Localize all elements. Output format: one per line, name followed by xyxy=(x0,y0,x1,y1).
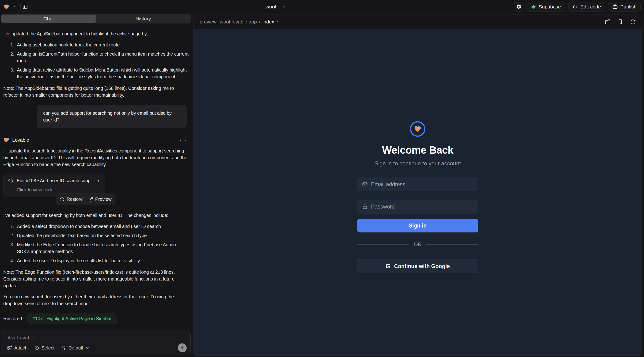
code-icon xyxy=(8,178,14,184)
preview-url-page: index xyxy=(262,19,274,25)
attach-label: Attach xyxy=(14,345,28,351)
message-more-icon[interactable]: ··· xyxy=(180,136,187,143)
or-divider: OR xyxy=(357,241,478,248)
tab-chat[interactable]: Chat xyxy=(2,14,96,23)
chat-history-tabs: Chat History xyxy=(1,14,191,24)
external-link-icon xyxy=(88,197,93,202)
select-label: Select xyxy=(42,345,55,351)
assistant-message-header: Lovable ··· xyxy=(3,136,189,143)
logo-chevron-down-icon[interactable] xyxy=(12,5,16,9)
signin-button[interactable]: Sign in xyxy=(357,219,478,232)
password-field-wrapper xyxy=(357,200,478,214)
refresh-button[interactable] xyxy=(630,19,636,25)
code-icon xyxy=(572,4,578,10)
restored-row: Restored #107 Highlight Active Page in S… xyxy=(3,313,189,324)
preview-label: Preview xyxy=(95,196,112,203)
preview-button[interactable]: Preview xyxy=(88,196,112,203)
globe-icon xyxy=(612,4,618,10)
restored-version-title: Highlight Active Page in Sidebar xyxy=(46,315,112,322)
signin-subtitle: Sign in to continue to your account xyxy=(374,160,461,167)
google-signin-label: Continue with Google xyxy=(394,263,450,270)
email-field[interactable] xyxy=(371,181,473,188)
restore-button[interactable]: Restore xyxy=(60,196,83,203)
app-logo-ring xyxy=(410,121,426,137)
preview-url-selector[interactable]: preview--woof.lovable.app / index xyxy=(200,19,280,25)
lock-icon xyxy=(362,204,368,210)
edit-card-actions: Restore Preview xyxy=(56,194,116,205)
tab-history-label: History xyxy=(136,16,151,22)
supabase-label: Supabase xyxy=(539,4,561,10)
tab-chat-label: Chat xyxy=(44,16,54,22)
edit-code-label: Edit code xyxy=(580,4,601,10)
chat-composer: Attach Select Default xyxy=(1,330,191,355)
signin-title: Welcome Back xyxy=(382,144,453,156)
restore-icon xyxy=(60,197,64,202)
list-item: Updated the placeholder text based on th… xyxy=(16,232,189,239)
attach-image-icon xyxy=(7,345,12,350)
model-label: Default xyxy=(68,345,83,351)
preview-panel: preview--woof.lovable.app / index xyxy=(193,14,642,356)
model-chevron-down-icon xyxy=(85,346,89,350)
tab-history[interactable]: History xyxy=(96,14,190,23)
mail-icon xyxy=(362,182,368,187)
arrow-up-icon xyxy=(180,345,185,350)
send-button[interactable] xyxy=(178,344,187,352)
list-item: Adding an isCurrentPath helper function … xyxy=(16,51,189,64)
list-item: Adding useLocation hook to track the cur… xyxy=(16,42,189,48)
list-item: Adding data-active attribute to SidebarM… xyxy=(16,66,189,80)
preview-url-host: preview--woof.lovable.app xyxy=(200,19,257,25)
select-button[interactable]: Select xyxy=(34,345,55,351)
google-g-icon: G xyxy=(386,263,390,270)
open-in-new-tab-button[interactable] xyxy=(605,19,610,25)
assistant-message-text: You can now search for users by either t… xyxy=(3,294,189,307)
edit-code-button[interactable]: Edit code xyxy=(568,2,605,12)
mobile-view-button[interactable] xyxy=(618,19,623,25)
edit-card-title: Edit #108 • Add user ID search supp... xyxy=(17,177,93,184)
restored-version-badge[interactable]: #107 Highlight Active Page in Sidebar xyxy=(27,313,117,324)
app-heart-icon xyxy=(414,125,422,133)
model-selector[interactable]: Default xyxy=(61,345,89,351)
assistant-message-note: Note: The AppSidebar.tsx file is getting… xyxy=(3,85,189,98)
lovable-logo-heart-icon[interactable] xyxy=(3,4,10,10)
sidebar-toggle-button[interactable] xyxy=(20,2,30,12)
user-message-bubble: can you add support for searching not on… xyxy=(36,105,187,128)
email-field-wrapper xyxy=(357,178,478,191)
list-item: Modified the Edge Function to handle bot… xyxy=(16,241,189,255)
edit-card-subtitle: Click to view code xyxy=(17,186,100,193)
chat-input[interactable] xyxy=(8,335,187,340)
assistant-message-list: Adding useLocation hook to track the cur… xyxy=(3,42,189,80)
password-field[interactable] xyxy=(371,204,473,210)
assistant-message-list: Added a select dropdown to choose betwee… xyxy=(3,223,189,264)
project-chevron-down-icon xyxy=(282,5,286,9)
assistant-message-text: I've added support for searching by both… xyxy=(3,212,189,219)
sliders-icon xyxy=(61,345,66,350)
select-target-icon xyxy=(34,345,40,350)
assistant-name: Lovable xyxy=(12,136,29,143)
restore-label: Restore xyxy=(66,196,83,203)
supabase-icon xyxy=(531,4,536,10)
gear-icon xyxy=(516,4,522,10)
list-item: Added the user ID display in the results… xyxy=(16,257,189,264)
supabase-button[interactable]: Supabase xyxy=(526,2,565,12)
signin-page: Welcome Back Sign in to continue to your… xyxy=(357,29,478,273)
chat-message-list[interactable]: I've updated the AppSidebar component to… xyxy=(0,27,192,328)
publish-button[interactable]: Publish xyxy=(608,2,641,12)
assistant-message-text: I've updated the AppSidebar component to… xyxy=(3,30,189,37)
signin-button-label: Sign in xyxy=(409,222,427,229)
lovable-heart-icon xyxy=(3,137,10,143)
project-switcher[interactable]: woof xyxy=(266,0,286,14)
or-divider-label: OR xyxy=(414,241,422,248)
assistant-message-note: Note: The Edge Function file (fetch-fire… xyxy=(3,269,189,289)
restored-version-id: #107 xyxy=(32,315,43,322)
publish-label: Publish xyxy=(620,4,636,10)
settings-button[interactable] xyxy=(514,2,524,12)
chevron-right-icon xyxy=(96,179,100,183)
chat-panel: Chat History I've updated the AppSidebar… xyxy=(0,14,192,357)
preview-iframe-content: Welcome Back Sign in to continue to your… xyxy=(194,29,642,355)
topbar: woof Supabase Edit code Publish xyxy=(0,0,644,14)
restored-label: Restored xyxy=(3,315,22,322)
attach-button[interactable]: Attach xyxy=(7,345,28,351)
user-message-text: can you add support for searching not on… xyxy=(43,110,172,122)
project-name: woof xyxy=(266,4,276,10)
google-signin-button[interactable]: G Continue with Google xyxy=(357,259,478,273)
